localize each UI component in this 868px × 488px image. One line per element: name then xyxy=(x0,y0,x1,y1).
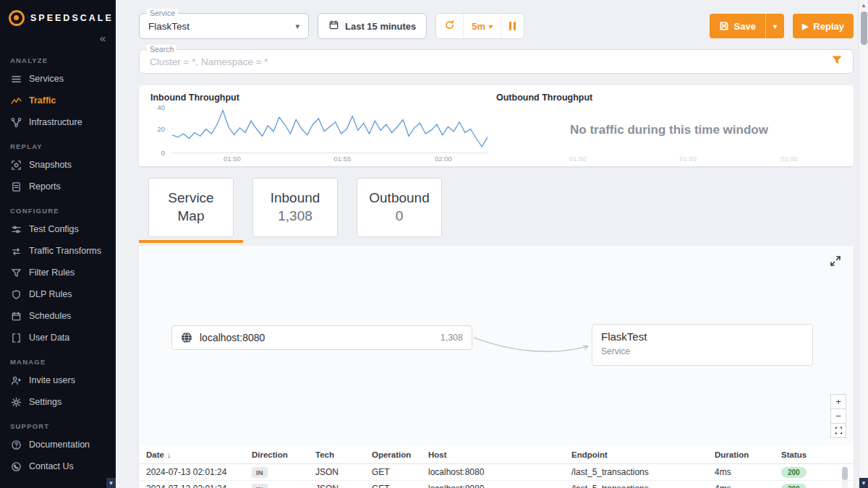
tab-outbound[interactable]: Outbound 0 xyxy=(357,178,442,237)
col-duration[interactable]: Duration xyxy=(715,450,781,459)
service-select[interactable]: Service FlaskTest ▾ xyxy=(139,13,309,39)
cell-direction: IN xyxy=(252,484,315,488)
save-options-dropdown[interactable]: ▾ xyxy=(765,14,784,38)
floppy-icon xyxy=(719,21,729,31)
refresh-icon xyxy=(444,20,455,33)
fit-view-button[interactable] xyxy=(830,423,846,438)
service-map-canvas[interactable]: localhost:8080 1,308 FlaskTest Service +… xyxy=(139,246,854,445)
tab-service-map[interactable]: Service Map xyxy=(148,178,234,237)
cell-tech: JSON xyxy=(315,467,372,477)
sidebar-item-contact-us[interactable]: Contact Us xyxy=(0,455,116,477)
tab-label: Service Map xyxy=(162,189,220,225)
col-direction[interactable]: Direction xyxy=(252,450,315,459)
sidebar-item-dlp-rules[interactable]: DLP Rules xyxy=(0,283,116,305)
phone-circle-icon xyxy=(10,461,22,472)
scroll-down-button[interactable]: ▼ xyxy=(859,478,868,488)
section-support: SUPPORT xyxy=(0,413,116,434)
help-circle-icon xyxy=(10,439,22,450)
inbound-chart-title: Inbound Throughput xyxy=(150,93,496,103)
inbound-x-axis: 01:50 01:55 02:00 xyxy=(172,155,488,163)
col-status[interactable]: Status xyxy=(781,450,854,459)
refresh-interval-dropdown[interactable]: 5m ▾ xyxy=(463,14,501,38)
play-icon: ▶ xyxy=(802,22,808,31)
sidebar-item-label: Invite users xyxy=(29,375,75,386)
sidebar-item-label: Snapshots xyxy=(29,160,72,171)
sidebar-item-schedules[interactable]: Schedules xyxy=(0,305,116,327)
source-node-count: 1,308 xyxy=(441,333,463,343)
funnel-icon xyxy=(10,267,22,278)
sidebar-item-traffic-transforms[interactable]: Traffic Transforms xyxy=(0,240,116,262)
sidebar-item-services[interactable]: Services xyxy=(0,68,116,90)
zoom-out-button[interactable]: − xyxy=(830,408,846,424)
inbound-plot-area xyxy=(172,106,488,153)
service-map-node-target[interactable]: FlaskTest Service xyxy=(592,324,813,366)
pause-button[interactable] xyxy=(501,14,524,38)
sidebar-collapse-button[interactable]: « xyxy=(0,30,116,47)
search-input[interactable] xyxy=(150,56,831,67)
sidebar-item-label: Infrastructure xyxy=(29,117,82,128)
time-range-button[interactable]: Last 15 minutes xyxy=(318,13,427,39)
sidebar-item-reports[interactable]: Reports xyxy=(0,176,116,197)
sidebar-item-traffic[interactable]: Traffic xyxy=(0,90,116,111)
sidebar-scroll-down-button[interactable]: ▼ xyxy=(106,478,116,488)
sliders-icon xyxy=(10,223,22,235)
table-row[interactable]: 2024-07-13 02:01:24 IN JSON GET localhos… xyxy=(139,464,854,481)
replay-button[interactable]: ▶ Replay xyxy=(793,14,854,38)
calendar-icon xyxy=(10,310,22,322)
col-endpoint[interactable]: Endpoint xyxy=(571,450,715,459)
traffic-chart-icon xyxy=(10,95,22,106)
col-date[interactable]: Date↓ xyxy=(146,450,252,459)
save-label: Save xyxy=(734,21,756,32)
sidebar-item-infrastructure[interactable]: Infrastructure xyxy=(0,111,116,133)
table-scrollbar[interactable] xyxy=(842,467,848,488)
col-operation[interactable]: Operation xyxy=(372,450,428,459)
cell-operation: GET xyxy=(372,467,428,477)
active-tab-indicator xyxy=(139,240,243,243)
sidebar-item-settings[interactable]: Settings xyxy=(0,391,116,413)
sidebar-item-documentation[interactable]: Documentation xyxy=(0,434,116,455)
expand-map-button[interactable] xyxy=(829,254,842,270)
sidebar-item-label: User Data xyxy=(29,333,69,343)
sidebar-item-label: Schedules xyxy=(29,311,71,322)
view-tabs: Service Map Inbound 1,308 Outbound 0 xyxy=(139,178,854,237)
sidebar-item-snapshots[interactable]: Snapshots xyxy=(0,154,116,176)
page-scrollbar[interactable]: ▲ ▼ xyxy=(859,0,868,488)
sort-desc-icon: ↓ xyxy=(167,450,171,459)
refresh-button[interactable] xyxy=(436,14,463,38)
col-host[interactable]: Host xyxy=(428,450,571,459)
service-map-panel: localhost:8080 1,308 FlaskTest Service +… xyxy=(139,246,854,488)
service-map-node-source[interactable]: localhost:8080 1,308 xyxy=(171,325,472,350)
col-tech[interactable]: Tech xyxy=(315,450,372,459)
cell-endpoint: /last_5_transactions xyxy=(571,467,715,477)
logo[interactable]: SPEEDSCALE xyxy=(0,0,116,30)
target-node-title: FlaskTest xyxy=(601,330,804,343)
filter-funnel-icon[interactable] xyxy=(831,54,843,69)
table-header: Date↓ Direction Tech Operation Host Endp… xyxy=(139,445,854,464)
sidebar-item-label: Settings xyxy=(29,397,61,408)
inbound-throughput-chart: Inbound Throughput 40 20 0 01:50 01:55 0… xyxy=(150,93,496,163)
sidebar-item-user-data[interactable]: User Data xyxy=(0,327,116,348)
sidebar-item-test-configs[interactable]: Test Configs xyxy=(0,218,116,240)
refresh-controls: 5m ▾ xyxy=(435,13,524,39)
sidebar-item-label: Test Configs xyxy=(29,224,79,235)
scroll-up-button[interactable]: ▲ xyxy=(859,0,868,10)
status-badge: 200 xyxy=(781,484,807,488)
zoom-in-button[interactable]: + xyxy=(830,394,846,409)
chevron-down-icon: ▾ xyxy=(489,22,493,30)
sidebar-item-invite-users[interactable]: Invite users xyxy=(0,369,116,391)
save-button[interactable]: Save xyxy=(710,14,765,38)
tab-inbound[interactable]: Inbound 1,308 xyxy=(252,178,338,237)
chevron-down-icon: ▾ xyxy=(295,22,299,31)
sidebar: SPEEDSCALE « ANALYZE Services Traffic In… xyxy=(0,0,116,488)
cell-endpoint: /last_5_transactions xyxy=(571,484,715,488)
logo-text: SPEEDSCALE xyxy=(30,13,114,23)
sidebar-item-filter-rules[interactable]: Filter Rules xyxy=(0,262,116,283)
tab-label: Inbound xyxy=(271,189,320,207)
section-manage: MANAGE xyxy=(0,348,116,369)
transform-arrows-icon xyxy=(10,245,22,257)
table-row[interactable]: 2024-07-13 02:01:24 IN JSON GET localhos… xyxy=(139,481,854,488)
scrollbar-thumb[interactable] xyxy=(861,12,867,45)
inbound-y-axis: 40 20 0 xyxy=(150,104,169,153)
inbound-line xyxy=(172,111,488,147)
person-plus-icon xyxy=(10,374,22,386)
